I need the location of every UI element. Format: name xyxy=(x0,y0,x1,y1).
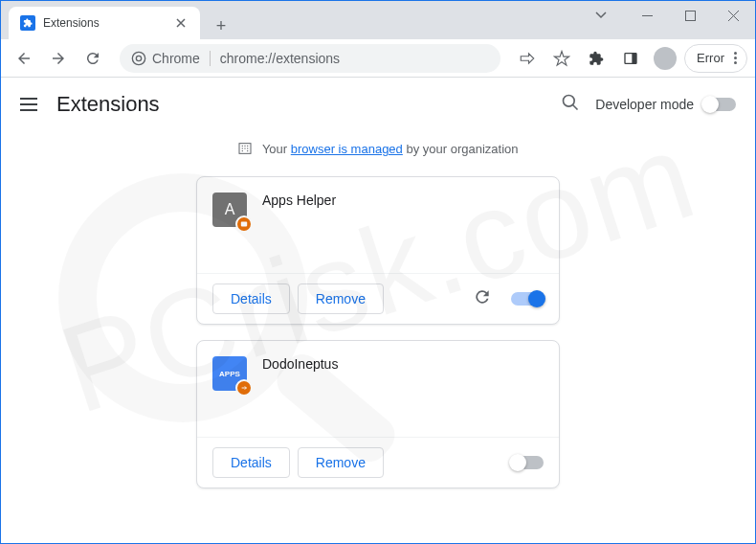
page-header: Extensions Developer mode xyxy=(1,78,755,131)
details-button[interactable]: Details xyxy=(212,283,290,314)
reload-extension-icon[interactable] xyxy=(473,287,492,310)
remove-button[interactable]: Remove xyxy=(298,447,384,478)
warning-badge-icon xyxy=(235,379,253,397)
svg-rect-1 xyxy=(686,11,696,20)
extensions-icon[interactable] xyxy=(581,43,611,74)
extension-card: APPS DodoIneptus Details Remove xyxy=(196,340,560,488)
details-button[interactable]: Details xyxy=(212,447,290,478)
omnibox-prefix-text: Chrome xyxy=(152,51,200,66)
new-tab-button[interactable]: + xyxy=(208,12,234,39)
extension-list: A Apps Helper Details Remove APPS xyxy=(1,176,755,488)
back-button[interactable] xyxy=(9,43,39,74)
profile-avatar[interactable] xyxy=(650,43,680,74)
extension-app-icon: A xyxy=(212,193,247,227)
omnibox-url: chrome://extensions xyxy=(220,51,340,66)
svg-rect-0 xyxy=(642,15,653,16)
browser-tab[interactable]: Extensions xyxy=(9,7,200,39)
address-bar[interactable]: Chrome chrome://extensions xyxy=(120,44,500,73)
menu-button[interactable] xyxy=(20,98,37,111)
bookmark-icon[interactable] xyxy=(546,43,577,74)
error-label: Error xyxy=(697,51,724,65)
extension-name: DodoIneptus xyxy=(262,356,338,421)
extension-app-icon: APPS xyxy=(212,356,247,391)
tab-search-icon[interactable] xyxy=(579,1,622,30)
building-icon xyxy=(237,141,253,159)
developer-mode-toggle[interactable] xyxy=(703,98,736,111)
svg-rect-5 xyxy=(632,53,636,63)
menu-icon xyxy=(730,52,741,64)
svg-rect-8 xyxy=(241,222,247,227)
chrome-prefix: Chrome xyxy=(131,51,211,66)
banner-prefix: Your xyxy=(262,142,291,156)
tab-title: Extensions xyxy=(43,16,100,30)
close-tab-icon[interactable] xyxy=(173,15,189,31)
remove-button[interactable]: Remove xyxy=(298,283,384,314)
search-icon[interactable] xyxy=(561,93,580,116)
warning-badge-icon xyxy=(235,215,253,233)
banner-suffix: by your organization xyxy=(403,142,519,156)
reload-button[interactable] xyxy=(78,43,108,74)
browser-toolbar: Chrome chrome://extensions Error xyxy=(1,39,755,78)
developer-mode-label: Developer mode xyxy=(595,97,694,112)
page-title: Extensions xyxy=(56,92,160,117)
window-controls xyxy=(579,1,755,30)
error-indicator[interactable]: Error xyxy=(684,44,747,73)
svg-point-6 xyxy=(564,96,575,107)
sidepanel-icon[interactable] xyxy=(615,43,646,74)
extension-card: A Apps Helper Details Remove xyxy=(196,176,560,325)
chrome-logo-icon xyxy=(131,51,146,66)
share-icon[interactable] xyxy=(512,43,543,74)
maximize-button[interactable] xyxy=(669,1,712,30)
managed-banner: Your browser is managed by your organiza… xyxy=(1,131,755,176)
close-window-button[interactable] xyxy=(712,1,755,30)
svg-point-2 xyxy=(132,52,145,64)
managed-link[interactable]: browser is managed xyxy=(291,142,403,156)
extension-toggle[interactable] xyxy=(511,456,544,469)
extension-toggle[interactable] xyxy=(511,292,544,306)
minimize-button[interactable] xyxy=(626,1,669,30)
svg-point-3 xyxy=(136,56,141,60)
forward-button[interactable] xyxy=(43,43,74,74)
extension-name: Apps Helper xyxy=(262,193,336,258)
extension-icon xyxy=(20,15,35,31)
window-titlebar: Extensions + xyxy=(1,1,755,39)
